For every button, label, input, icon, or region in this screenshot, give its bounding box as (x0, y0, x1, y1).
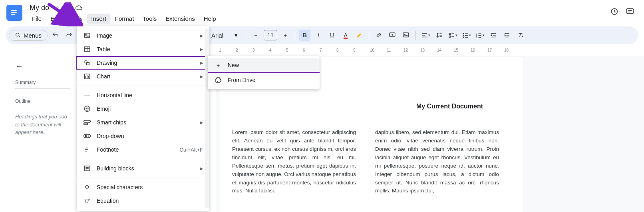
clear-formatting-button[interactable] (515, 30, 526, 41)
plus-icon: + (214, 62, 222, 68)
column-2: dapibus libero, sed elementum dui. Etiam… (375, 128, 499, 195)
menu-label: Building blocks (97, 165, 134, 172)
insert-link-button[interactable] (373, 30, 384, 41)
menu-label: From Drive (228, 77, 255, 83)
move-icon[interactable] (64, 4, 71, 11)
chip-icon (83, 120, 91, 125)
menu-item-chart[interactable]: Chart ▶ (77, 70, 209, 83)
menu-extensions[interactable]: Extensions (161, 14, 199, 24)
svg-rect-4 (627, 9, 634, 14)
svg-rect-2 (11, 14, 15, 15)
svg-rect-1 (11, 12, 17, 13)
svg-point-5 (16, 33, 19, 36)
chart-icon (83, 73, 91, 80)
insert-comment-button[interactable] (387, 30, 398, 41)
font-name: Arial (211, 32, 223, 39)
checklist-button[interactable]: ▾ (447, 30, 458, 41)
menu-label: Emoji (97, 106, 111, 112)
svg-point-25 (88, 108, 89, 109)
menu-label: Footnote (97, 146, 119, 153)
blocks-icon (83, 165, 91, 172)
toolbar-separator (369, 31, 369, 40)
menu-item-smart-chips[interactable]: Smart chips ▶ (77, 116, 209, 129)
bold-button[interactable]: B (299, 30, 310, 41)
insert-image-button[interactable] (400, 30, 411, 41)
svg-point-12 (463, 35, 463, 36)
menu-label: Drawing (97, 60, 117, 66)
chevron-right-icon: ▶ (200, 33, 203, 38)
menu-label: Drop-down (97, 133, 124, 139)
italic-button[interactable]: I (313, 30, 324, 41)
outline-panel: ← Summary Outline Headings that you add … (10, 56, 75, 142)
menu-item-image[interactable]: Image ▶ (77, 29, 209, 42)
menu-item-dropdown[interactable]: Drop-down (77, 129, 209, 143)
page-columns: Lorem ipsum dolor sit amet, consectetur … (232, 128, 499, 195)
svg-point-24 (86, 108, 87, 109)
menu-label: Smart chips (97, 119, 126, 126)
outline-heading: Outline (15, 98, 70, 104)
menu-view[interactable]: View (66, 14, 86, 24)
svg-point-11 (463, 33, 463, 34)
menu-item-drawing[interactable]: Drawing ▶ (76, 56, 210, 70)
menu-item-building-blocks[interactable]: Building blocks ▶ (77, 162, 209, 175)
menu-help[interactable]: Help (200, 14, 220, 24)
menu-label: New (228, 62, 239, 68)
menus-label: Menus (24, 32, 42, 39)
highlight-button[interactable] (354, 30, 365, 41)
menu-item-special-characters[interactable]: Ω Special characters (77, 180, 209, 194)
svg-point-13 (463, 37, 463, 38)
menu-item-equation[interactable]: π² Equation (77, 194, 209, 208)
font-family-select[interactable]: Arial ▾ (207, 32, 242, 39)
menu-label: Table (97, 46, 110, 52)
menu-label: Special characters (97, 184, 143, 190)
menu-tools[interactable]: Tools (139, 14, 161, 24)
pi-icon: π² (83, 198, 91, 204)
dropdown-icon (83, 133, 91, 139)
drawing-icon (83, 59, 91, 66)
bullet-list-button[interactable]: ▾ (461, 30, 472, 41)
undo-button[interactable] (50, 30, 61, 41)
chevron-down-icon: ▾ (235, 32, 238, 39)
outdent-button[interactable] (488, 30, 499, 41)
submenu-item-new[interactable]: + New (208, 58, 320, 72)
menu-item-horizontal-line[interactable]: — Horizontal line (77, 88, 209, 102)
insert-menu-popup: Image ▶ Table ▶ Drawing ▶ Chart ▶ — Hori… (77, 26, 209, 211)
numbered-list-button[interactable]: 123▾ (474, 30, 485, 41)
hline-icon: — (83, 92, 91, 98)
align-button[interactable]: ▾ (420, 30, 431, 41)
omega-icon: Ω (83, 184, 91, 190)
menu-edit[interactable]: Edit (46, 14, 65, 24)
menu-item-emoji[interactable]: Emoji (77, 102, 209, 116)
menu-format[interactable]: Format (111, 14, 138, 24)
redo-button[interactable] (64, 30, 75, 41)
comments-icon[interactable] (626, 7, 634, 16)
image-icon (83, 32, 91, 39)
menu-item-footnote[interactable]: Footnote Ctrl+Alt+F (77, 143, 209, 156)
font-size-decrease[interactable]: − (250, 30, 261, 41)
text-color-button[interactable]: A (340, 30, 351, 41)
menu-label: Chart (97, 73, 110, 80)
star-icon[interactable]: ☆ (55, 4, 60, 11)
svg-rect-10 (449, 36, 451, 38)
docs-logo[interactable] (6, 5, 22, 21)
menu-file[interactable]: File (28, 14, 46, 24)
line-spacing-button[interactable] (433, 30, 445, 41)
outline-collapse-icon[interactable]: ← (15, 62, 23, 71)
menu-insert[interactable]: Insert (87, 14, 110, 24)
menus-search[interactable]: Menus (9, 30, 48, 41)
table-icon (83, 46, 91, 53)
indent-button[interactable] (501, 30, 513, 41)
submenu-item-from-drive[interactable]: From Drive (208, 73, 320, 87)
doc-title[interactable]: My do (28, 4, 51, 12)
font-size-increase[interactable]: + (280, 30, 291, 41)
column-1: Lorem ipsum dolor sit amet, consectetur … (232, 128, 356, 195)
underline-button[interactable]: U (326, 30, 338, 41)
menu-label: Image (97, 32, 112, 39)
font-size-input[interactable]: 11 (264, 30, 277, 40)
menu-item-table[interactable]: Table ▶ (77, 42, 209, 56)
cloud-status-icon[interactable] (75, 4, 83, 11)
history-icon[interactable] (610, 7, 618, 16)
chevron-right-icon: ▶ (200, 60, 203, 66)
divider (15, 88, 70, 89)
summary-heading: Summary (15, 80, 70, 85)
